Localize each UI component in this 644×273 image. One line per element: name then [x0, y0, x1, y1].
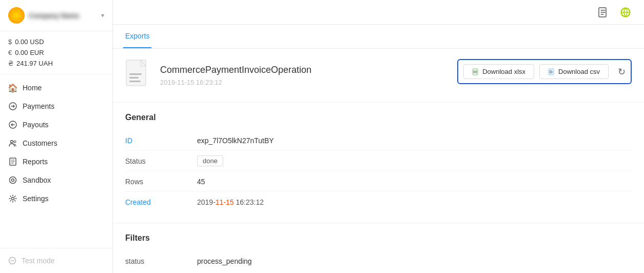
uah-symbol: ₴	[8, 60, 13, 67]
download-csv-label: Download csv	[558, 68, 600, 75]
filter-status-label: status	[125, 257, 197, 265]
sandbox-icon	[8, 176, 17, 185]
created-time: 16:23:12	[234, 198, 264, 206]
sidebar-item-payouts-label: Payouts	[23, 121, 49, 129]
test-mode-icon	[8, 257, 16, 265]
sidebar: Company Name ▾ $ 0.00 USD € 0.00 EUR ₴ 2…	[0, 0, 113, 273]
field-id: ID exp_7l7O5lkN27nTutBY	[125, 130, 632, 151]
status-label: Status	[125, 157, 197, 165]
test-mode-item: Test mode	[8, 254, 104, 268]
usd-amount: 0.00 USD	[15, 38, 44, 46]
sidebar-nav: 🏠 Home Payments Payouts	[0, 74, 112, 248]
download-xlsx-button[interactable]: Download xlsx	[463, 64, 534, 79]
settings-icon	[8, 194, 17, 203]
svg-rect-14	[129, 77, 139, 79]
id-value: exp_7l7O5lkN27nTutBY	[197, 136, 274, 145]
file-icon	[125, 59, 152, 92]
general-section-title: General	[125, 113, 632, 122]
rows-value: 45	[197, 178, 205, 186]
svg-point-6	[12, 179, 14, 182]
test-mode-label: Test mode	[22, 257, 55, 265]
export-info: CommercePaymentInvoiceOperation 2019-11-…	[125, 59, 311, 92]
sidebar-item-reports-label: Reports	[23, 158, 48, 166]
eur-symbol: €	[8, 49, 12, 56]
main-content: Exports CommercePaymentInvoiceOperation	[113, 0, 644, 273]
export-actions: Download xlsx Download csv ↻	[457, 59, 632, 84]
export-details: CommercePaymentInvoiceOperation 2019-11-…	[160, 65, 311, 86]
balance-list: $ 0.00 USD € 0.00 EUR ₴ 241.97 UAH	[0, 31, 112, 74]
svg-point-3	[14, 141, 16, 143]
sidebar-item-sandbox-label: Sandbox	[23, 176, 51, 184]
reports-icon	[8, 157, 17, 166]
payouts-icon	[8, 120, 17, 129]
customers-icon	[8, 139, 17, 148]
created-value: 2019-11-15 16:23:12	[197, 198, 264, 206]
globe-icon[interactable]	[617, 4, 634, 21]
filters-section: Filters status process_pending	[113, 223, 644, 273]
sidebar-item-reports[interactable]: Reports	[0, 152, 112, 171]
export-date: 2019-11-15 16:23:12	[160, 79, 311, 86]
svg-point-7	[12, 198, 14, 200]
id-label: ID	[125, 136, 197, 145]
tab-exports[interactable]: Exports	[123, 25, 151, 48]
xlsx-icon	[472, 68, 479, 75]
sidebar-item-sandbox[interactable]: Sandbox	[0, 171, 112, 189]
sidebar-header[interactable]: Company Name ▾	[0, 0, 112, 31]
content-area: Exports CommercePaymentInvoiceOperation	[113, 25, 644, 273]
download-xlsx-label: Download xlsx	[482, 68, 525, 75]
filter-status-field: status process_pending	[125, 251, 632, 271]
usd-symbol: $	[8, 38, 12, 46]
company-logo	[8, 7, 25, 24]
sidebar-item-customers-label: Customers	[23, 139, 57, 147]
sidebar-item-settings-label: Settings	[23, 194, 49, 203]
sidebar-item-payments-label: Payments	[23, 102, 54, 110]
payments-icon	[8, 102, 17, 111]
export-card: CommercePaymentInvoiceOperation 2019-11-…	[113, 49, 644, 103]
svg-rect-16	[473, 69, 478, 75]
sidebar-item-customers[interactable]: Customers	[0, 134, 112, 152]
sidebar-item-settings[interactable]: Settings	[0, 189, 112, 208]
tabs-bar: Exports	[113, 25, 644, 49]
home-icon: 🏠	[8, 83, 17, 92]
sidebar-item-home[interactable]: 🏠 Home	[0, 79, 112, 97]
chevron-down-icon: ▾	[101, 12, 104, 19]
company-name: Company Name	[29, 12, 97, 20]
svg-point-5	[10, 177, 16, 184]
filter-status-value: process_pending	[197, 257, 252, 265]
sidebar-item-home-label: Home	[23, 84, 42, 92]
sidebar-footer: Test mode	[0, 248, 112, 273]
svg-point-2	[11, 141, 13, 143]
uah-amount: 241.97 UAH	[16, 60, 53, 67]
download-csv-button[interactable]: Download csv	[539, 64, 609, 79]
general-section: General ID exp_7l7O5lkN27nTutBY Status d…	[113, 103, 644, 223]
refresh-icon[interactable]: ↻	[618, 66, 626, 77]
eur-amount: 0.00 EUR	[15, 49, 44, 56]
svg-rect-13	[129, 73, 142, 75]
csv-icon	[548, 68, 555, 75]
filters-section-title: Filters	[125, 233, 632, 243]
field-created: Created 2019-11-15 16:23:12	[125, 192, 632, 212]
field-status: Status done	[125, 151, 632, 171]
topbar	[113, 0, 644, 25]
rows-label: Rows	[125, 178, 197, 186]
status-badge: done	[197, 155, 223, 166]
balance-eur: € 0.00 EUR	[8, 47, 104, 58]
svg-point-11	[621, 8, 630, 16]
sidebar-item-payouts[interactable]: Payouts	[0, 115, 112, 134]
field-rows: Rows 45	[125, 171, 632, 192]
sidebar-item-payments[interactable]: Payments	[0, 97, 112, 115]
documentation-icon[interactable]	[595, 4, 611, 21]
balance-usd: $ 0.00 USD	[8, 36, 104, 47]
created-date-highlight: 11-15	[216, 198, 234, 206]
created-label: Created	[125, 198, 197, 206]
svg-rect-15	[129, 81, 141, 82]
balance-uah: ₴ 241.97 UAH	[8, 58, 104, 69]
export-title: CommercePaymentInvoiceOperation	[160, 65, 311, 75]
